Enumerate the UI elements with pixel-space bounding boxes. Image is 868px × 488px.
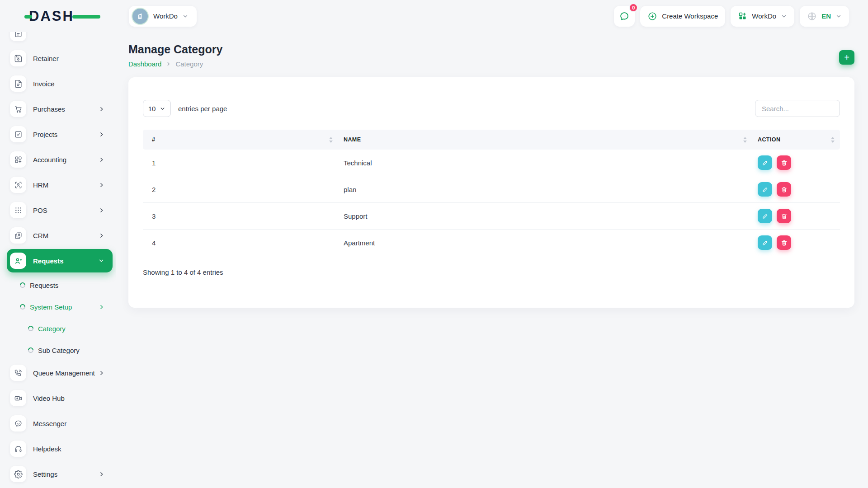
logo-text: DASH: [29, 8, 74, 24]
app-menu-label: WorkDo: [752, 12, 776, 20]
edit-button[interactable]: [758, 235, 772, 250]
logo-green-dash: [72, 15, 100, 19]
sidebar-item-label: POS: [33, 206, 47, 214]
sort-arrows-icon: [831, 137, 835, 143]
sidebar-item-clipped[interactable]: [7, 32, 113, 45]
sidebar-subitem-category[interactable]: Category: [0, 318, 116, 339]
sidebar-item-label: Purchases: [33, 105, 65, 113]
sidebar: Retainer Invoice Purchases Projects: [0, 32, 116, 488]
save-icon: [10, 50, 26, 66]
entries-per-page-label: entries per page: [178, 105, 227, 113]
delete-button[interactable]: [777, 182, 791, 197]
edit-button[interactable]: [758, 209, 772, 223]
sidebar-item-purchases[interactable]: Purchases: [7, 97, 113, 121]
sidebar-item-queue-management[interactable]: Queue Management: [7, 361, 113, 385]
sidebar-subitem-requests[interactable]: Requests: [0, 274, 116, 296]
edit-button[interactable]: [758, 182, 772, 197]
language-selector[interactable]: EN: [800, 6, 849, 27]
chevron-right-icon: [166, 61, 171, 66]
row-index: 3: [143, 212, 344, 220]
table-row: 1 Technical: [143, 150, 840, 176]
chevron-down-icon: [781, 13, 787, 19]
messages-button[interactable]: 0: [614, 6, 635, 27]
chevron-right-icon: [99, 106, 104, 112]
sidebar-subitem-label: System Setup: [30, 303, 72, 311]
edit-button[interactable]: [758, 155, 772, 170]
sidebar-item-accounting[interactable]: Accounting: [7, 148, 113, 171]
sidebar-item-pos[interactable]: POS: [7, 198, 113, 222]
video-camera-icon: [10, 390, 26, 406]
chat-bubble-icon: [619, 11, 630, 22]
row-index: 4: [143, 239, 344, 247]
chevron-down-icon: [160, 106, 165, 112]
cart-icon: [10, 101, 26, 117]
sidebar-item-settings[interactable]: Settings: [7, 462, 113, 486]
chevron-down-icon: [182, 13, 189, 19]
table-summary: Showing 1 to 4 of 4 entries: [143, 268, 840, 276]
dots-grid-icon: [10, 202, 26, 218]
language-code: EN: [821, 12, 831, 20]
search-input[interactable]: [755, 100, 840, 117]
sidebar-item-video-hub[interactable]: Video Hub: [7, 386, 113, 410]
ring-bullet-icon: [28, 326, 33, 331]
document-icon: [10, 32, 26, 41]
sidebar-item-crm[interactable]: CRM: [7, 224, 113, 247]
add-category-button[interactable]: +: [839, 50, 854, 65]
delete-button[interactable]: [777, 235, 791, 250]
create-workspace-button[interactable]: Create Workspace: [640, 6, 725, 27]
sidebar-item-label: Invoice: [33, 80, 55, 88]
crm-cards-icon: [10, 227, 26, 244]
sidebar-item-invoice[interactable]: Invoice: [7, 72, 113, 95]
user-scan-icon: [10, 177, 26, 193]
breadcrumb-dashboard-link[interactable]: Dashboard: [128, 60, 161, 68]
sidebar-subitem-system-setup[interactable]: System Setup: [0, 296, 116, 318]
app-menu-button[interactable]: WorkDo: [731, 6, 794, 27]
chevron-right-icon: [99, 207, 104, 213]
chevron-down-icon: [98, 258, 104, 264]
breadcrumb: Dashboard Category: [128, 60, 854, 68]
row-name: Apartment: [344, 239, 758, 247]
category-table: # NAME ACTION 1 Technical: [143, 130, 840, 256]
entries-per-page-select[interactable]: 10: [143, 100, 171, 117]
sidebar-item-helpdesk[interactable]: Helpdesk: [7, 437, 113, 460]
sidebar-item-label: Queue Management: [33, 369, 95, 377]
sidebar-item-label: Video Hub: [33, 394, 65, 402]
sidebar-item-messenger[interactable]: Messenger: [7, 412, 113, 435]
sidebar-item-label: Messenger: [33, 420, 66, 427]
table-header-row: # NAME ACTION: [143, 130, 840, 150]
gear-icon: [10, 466, 26, 482]
table-row: 4 Apartment: [143, 230, 840, 256]
dash-logo[interactable]: DASH: [29, 8, 74, 24]
phone-call-icon: [10, 365, 26, 381]
column-header-action[interactable]: ACTION: [758, 136, 840, 143]
sidebar-item-label: Accounting: [33, 156, 66, 164]
column-header-index[interactable]: #: [143, 136, 344, 143]
column-header-name[interactable]: NAME: [344, 136, 758, 143]
sidebar-item-label: CRM: [33, 232, 48, 239]
ring-bullet-icon: [20, 304, 25, 310]
sidebar-item-retainer[interactable]: Retainer: [7, 47, 113, 70]
sort-arrows-icon: [743, 137, 747, 143]
chevron-right-icon: [99, 471, 104, 477]
main-content: Manage Category Dashboard Category + 10 …: [116, 32, 868, 488]
ring-bullet-icon: [28, 347, 33, 353]
user-plus-icon: [10, 253, 26, 269]
chevron-right-icon: [99, 370, 104, 376]
row-name: plan: [344, 186, 758, 193]
sidebar-item-projects[interactable]: Projects: [7, 122, 113, 146]
plus-circle-icon: [647, 11, 657, 21]
sidebar-subitem-label: Category: [38, 325, 66, 333]
sidebar-item-label: Projects: [33, 131, 57, 138]
chevron-right-icon: [99, 131, 104, 137]
chevron-right-icon: [99, 182, 104, 188]
grid-plus-icon: [10, 151, 26, 168]
sidebar-subitem-sub-category[interactable]: Sub Category: [0, 339, 116, 361]
sidebar-item-requests[interactable]: Requests: [7, 249, 113, 272]
sidebar-subitem-label: Sub Category: [38, 347, 80, 354]
delete-button[interactable]: [777, 209, 791, 223]
grid-plus-icon: [738, 11, 747, 21]
sidebar-subitem-label: Requests: [30, 282, 58, 289]
delete-button[interactable]: [777, 155, 791, 170]
sidebar-item-hrm[interactable]: HRM: [7, 173, 113, 197]
workspace-selector[interactable]: WorkDo: [129, 6, 197, 27]
